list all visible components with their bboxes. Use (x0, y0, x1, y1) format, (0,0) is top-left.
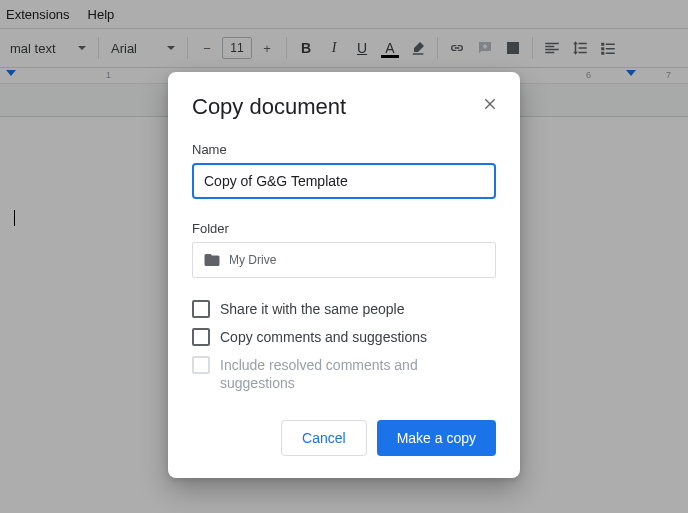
folder-icon (203, 251, 221, 269)
close-button[interactable] (478, 92, 502, 116)
document-name-input[interactable] (192, 163, 496, 199)
checkbox-icon (192, 356, 210, 374)
option-label: Copy comments and suggestions (220, 328, 427, 346)
option-label: Share it with the same people (220, 300, 404, 318)
share-same-people-option[interactable]: Share it with the same people (192, 300, 496, 318)
cancel-button[interactable]: Cancel (281, 420, 367, 456)
option-label: Include resolved comments and suggestion… (220, 356, 496, 392)
checkbox-icon (192, 300, 210, 318)
folder-label: Folder (192, 221, 496, 236)
close-icon (482, 96, 498, 112)
options-list: Share it with the same people Copy comme… (192, 300, 496, 392)
folder-picker[interactable]: My Drive (192, 242, 496, 278)
name-label: Name (192, 142, 496, 157)
make-copy-button[interactable]: Make a copy (377, 420, 496, 456)
include-resolved-option: Include resolved comments and suggestion… (192, 356, 496, 392)
copy-document-dialog: Copy document Name Folder My Drive Share… (168, 72, 520, 478)
dialog-actions: Cancel Make a copy (192, 420, 496, 456)
copy-comments-option[interactable]: Copy comments and suggestions (192, 328, 496, 346)
folder-name: My Drive (229, 253, 276, 267)
checkbox-icon (192, 328, 210, 346)
dialog-title: Copy document (192, 94, 496, 120)
